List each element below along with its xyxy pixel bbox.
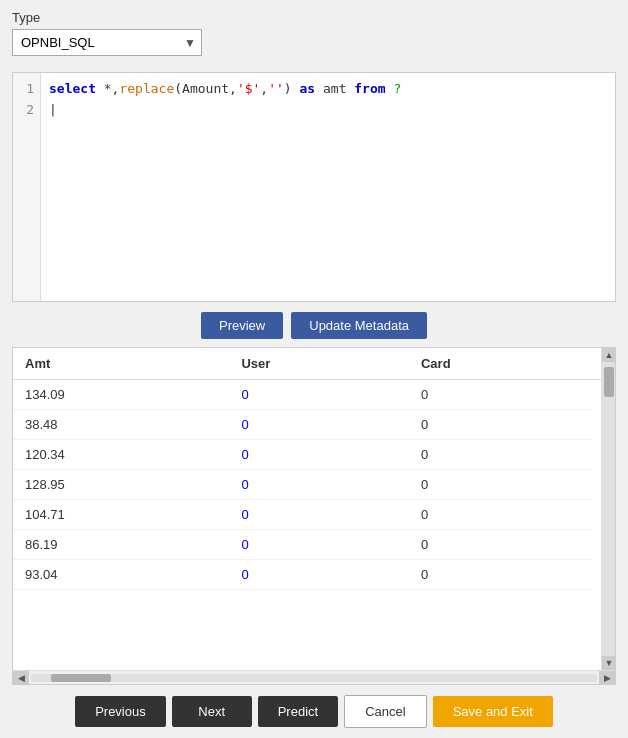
col-header-card: Card bbox=[409, 348, 591, 380]
cell-user: 0 bbox=[229, 380, 409, 410]
table-row: 128.9500 bbox=[13, 470, 615, 500]
cancel-button[interactable]: Cancel bbox=[344, 695, 426, 728]
cell-card: 0 bbox=[409, 440, 591, 470]
scroll-left-button[interactable]: ◀ bbox=[13, 671, 29, 685]
cell-user: 0 bbox=[229, 530, 409, 560]
top-section: Type OPNBI_SQL ▼ bbox=[0, 0, 628, 64]
cell-amt: 93.04 bbox=[13, 560, 229, 590]
cell-user: 0 bbox=[229, 470, 409, 500]
save-exit-button[interactable]: Save and Exit bbox=[433, 696, 553, 727]
cell-card: 0 bbox=[409, 470, 591, 500]
scroll-down-button[interactable]: ▼ bbox=[602, 656, 616, 670]
line-numbers: 1 2 bbox=[13, 73, 41, 301]
cell-amt: 134.09 bbox=[13, 380, 229, 410]
table-body: 134.090038.4800120.3400128.9500104.71008… bbox=[13, 380, 615, 590]
previous-button[interactable]: Previous bbox=[75, 696, 166, 727]
cell-card: 0 bbox=[409, 380, 591, 410]
scroll-track-horizontal bbox=[31, 674, 597, 682]
line-number-1: 1 bbox=[19, 79, 34, 100]
table-wrapper[interactable]: Amt User Card 134.090038.4800120.3400128… bbox=[13, 348, 615, 670]
table-row: 120.3400 bbox=[13, 440, 615, 470]
cell-card: 0 bbox=[409, 500, 591, 530]
type-label: Type bbox=[12, 10, 616, 25]
cell-card: 0 bbox=[409, 560, 591, 590]
table-row: 93.0400 bbox=[13, 560, 615, 590]
data-table: Amt User Card 134.090038.4800120.3400128… bbox=[13, 348, 615, 590]
preview-button[interactable]: Preview bbox=[201, 312, 283, 339]
cell-user: 0 bbox=[229, 440, 409, 470]
horizontal-scrollbar[interactable]: ◀ ▶ bbox=[13, 670, 615, 684]
next-button[interactable]: Next bbox=[172, 696, 252, 727]
scroll-thumb-vertical[interactable] bbox=[604, 367, 614, 397]
table-row: 104.7100 bbox=[13, 500, 615, 530]
cell-user: 0 bbox=[229, 410, 409, 440]
table-row: 134.0900 bbox=[13, 380, 615, 410]
scroll-right-button[interactable]: ▶ bbox=[599, 671, 615, 685]
cell-amt: 104.71 bbox=[13, 500, 229, 530]
cell-card: 0 bbox=[409, 410, 591, 440]
update-metadata-button[interactable]: Update Metadata bbox=[291, 312, 427, 339]
table-header-row: Amt User Card bbox=[13, 348, 615, 380]
bottom-button-row: Previous Next Predict Cancel Save and Ex… bbox=[0, 685, 628, 738]
code-editor[interactable]: 1 2 select *,replace(Amount,'$','') as a… bbox=[12, 72, 616, 302]
type-select-wrapper: OPNBI_SQL ▼ bbox=[12, 29, 202, 56]
cell-user: 0 bbox=[229, 560, 409, 590]
table-row: 86.1900 bbox=[13, 530, 615, 560]
code-content[interactable]: select *,replace(Amount,'$','') as amt f… bbox=[41, 73, 615, 301]
vertical-scrollbar[interactable]: ▲ ▼ bbox=[601, 348, 615, 670]
predict-button[interactable]: Predict bbox=[258, 696, 338, 727]
col-header-amt: Amt bbox=[13, 348, 229, 380]
type-select[interactable]: OPNBI_SQL bbox=[12, 29, 202, 56]
data-table-section: Amt User Card 134.090038.4800120.3400128… bbox=[12, 347, 616, 685]
col-header-user: User bbox=[229, 348, 409, 380]
main-container: Type OPNBI_SQL ▼ 1 2 select *,replace(Am… bbox=[0, 0, 628, 738]
cell-card: 0 bbox=[409, 530, 591, 560]
scroll-up-button[interactable]: ▲ bbox=[602, 348, 616, 362]
line-number-2: 2 bbox=[19, 100, 34, 121]
cell-amt: 86.19 bbox=[13, 530, 229, 560]
cell-user: 0 bbox=[229, 500, 409, 530]
table-row: 38.4800 bbox=[13, 410, 615, 440]
editor-button-row: Preview Update Metadata bbox=[0, 302, 628, 347]
scroll-track-vertical bbox=[602, 362, 615, 656]
scroll-thumb-horizontal[interactable] bbox=[51, 674, 111, 682]
cell-amt: 120.34 bbox=[13, 440, 229, 470]
cell-amt: 38.48 bbox=[13, 410, 229, 440]
cell-amt: 128.95 bbox=[13, 470, 229, 500]
